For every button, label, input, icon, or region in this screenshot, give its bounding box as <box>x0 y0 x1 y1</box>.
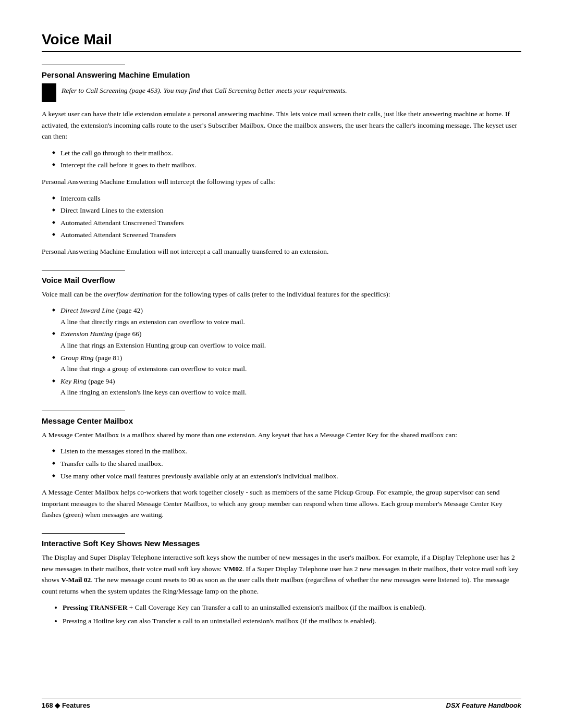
note-box: Refer to Call Screening (page 453). You … <box>42 83 521 102</box>
bullet-item: Automated Attendant Unscreened Transfers <box>52 217 521 229</box>
note-sidebar <box>42 83 56 102</box>
section-interactive-soft-key: Interactive Soft Key Shows New Messages … <box>42 533 521 627</box>
interactive-body1: The Display and Super Display Telephone … <box>42 552 521 597</box>
bullet-item: Use many other voice mail features previ… <box>52 471 521 482</box>
section-divider-1 <box>42 65 125 65</box>
footer-right: DSX Feature Handbook <box>446 701 521 709</box>
section-divider-3 <box>42 411 125 411</box>
vmail02-bold: V-Mail 02 <box>61 576 91 584</box>
overflow-item-4: Key Ring (page 94) A line ringing an ext… <box>52 376 521 398</box>
bullet-item: Let the call go through to their mailbox… <box>52 147 521 159</box>
section-heading-interactive: Interactive Soft Key Shows New Messages <box>42 539 521 548</box>
personal-answering-body1: A keyset user can have their idle extens… <box>42 108 521 142</box>
footer: 168 ◆ Features DSX Feature Handbook <box>42 698 521 709</box>
bullet-item: Transfer calls to the shared mailbox. <box>52 458 521 470</box>
overflow-item-title-4: Key Ring <box>60 377 87 385</box>
disk-bullets: Pressing TRANSFER + Call Coverage Key ca… <box>63 602 521 626</box>
overflow-items-list: Direct Inward Line (page 42) A line that… <box>52 305 521 398</box>
overflow-item-desc-2: A line that rings an Extension Hunting g… <box>60 341 266 349</box>
overflow-item-1: Direct Inward Line (page 42) A line that… <box>52 305 521 327</box>
overflow-item-desc-3: A line that rings a group of extensions … <box>60 365 247 373</box>
note-italic: Call Screening <box>86 87 128 94</box>
section-message-center: Message Center Mailbox A Message Center … <box>42 411 521 521</box>
personal-answering-bullets2: Intercom calls Direct Inward Lines to th… <box>52 193 521 241</box>
message-center-body2: A Message Center Mailbox helps co-worker… <box>42 487 521 521</box>
overflow-item-title-2: Extension Hunting <box>60 330 113 338</box>
personal-answering-body2: Personal Answering Machine Emulation wil… <box>42 176 521 188</box>
transfer-bold: Pressing TRANSFER <box>63 603 127 611</box>
overflow-item-3: Group Ring (page 81) A line that rings a… <box>52 352 521 375</box>
bullet-item: Intercept the call before it goes to the… <box>52 159 521 171</box>
page-title: Voice Mail <box>42 31 521 48</box>
section-divider-4 <box>42 533 125 534</box>
bullet-item: Direct Inward Lines to the extension <box>52 205 521 216</box>
section-personal-answering: Personal Answering Machine Emulation Ref… <box>42 65 521 257</box>
personal-answering-body3: Personal Answering Machine Emulation wil… <box>42 246 521 257</box>
bullet-item: Listen to the messages stored in the mai… <box>52 446 521 457</box>
vm02-bold: VM02 <box>224 565 242 573</box>
note-text: Refer to Call Screening (page 453). You … <box>62 83 347 102</box>
overflow-intro: Voice mail can be the overflow destinati… <box>42 289 521 300</box>
footer-left: 168 ◆ Features <box>42 701 90 709</box>
disk-bullet-2: Pressing a Hotline key can also Transfer… <box>63 615 521 627</box>
personal-answering-bullets1: Let the call go through to their mailbox… <box>52 147 521 171</box>
section-heading-personal-answering: Personal Answering Machine Emulation <box>42 70 521 79</box>
section-heading-overflow: Voice Mail Overflow <box>42 276 521 285</box>
overflow-item-title-3: Group Ring <box>60 354 94 362</box>
section-heading-message-center: Message Center Mailbox <box>42 416 521 425</box>
page: Voice Mail Personal Answering Machine Em… <box>0 0 563 728</box>
overflow-item-desc-4: A line ringing an extension's line keys … <box>60 388 247 396</box>
overflow-italic: overflow destination <box>104 290 162 298</box>
message-center-body1: A Message Center Mailbox is a mailbox sh… <box>42 429 521 441</box>
overflow-item-2: Extension Hunting (page 66) A line that … <box>52 328 521 351</box>
message-center-bullets: Listen to the messages stored in the mai… <box>52 446 521 482</box>
title-divider <box>42 51 521 52</box>
section-overflow: Voice Mail Overflow Voice mail can be th… <box>42 270 521 398</box>
section-divider-2 <box>42 270 125 270</box>
bullet-item: Intercom calls <box>52 193 521 204</box>
overflow-item-title-1: Direct Inward Line <box>60 306 114 314</box>
bullet-item: Automated Attendant Screened Transfers <box>52 229 521 241</box>
disk-bullet-1: Pressing TRANSFER + Call Coverage Key ca… <box>63 602 521 613</box>
overflow-item-desc-1: A line that directly rings an extension … <box>60 318 245 326</box>
